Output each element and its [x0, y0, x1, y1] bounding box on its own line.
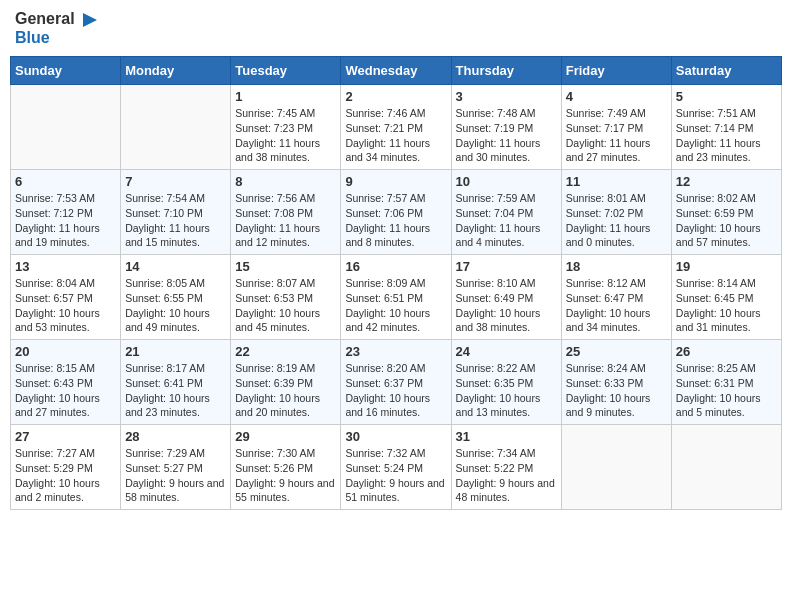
day-number: 31	[456, 429, 557, 444]
day-number: 11	[566, 174, 667, 189]
day-info: Sunrise: 8:04 AM Sunset: 6:57 PM Dayligh…	[15, 276, 116, 335]
calendar-cell: 14Sunrise: 8:05 AM Sunset: 6:55 PM Dayli…	[121, 255, 231, 340]
logo-wordmark: General Blue	[15, 10, 97, 46]
day-info: Sunrise: 7:51 AM Sunset: 7:14 PM Dayligh…	[676, 106, 777, 165]
calendar-cell: 31Sunrise: 7:34 AM Sunset: 5:22 PM Dayli…	[451, 425, 561, 510]
calendar-cell: 10Sunrise: 7:59 AM Sunset: 7:04 PM Dayli…	[451, 170, 561, 255]
day-info: Sunrise: 8:01 AM Sunset: 7:02 PM Dayligh…	[566, 191, 667, 250]
day-info: Sunrise: 7:45 AM Sunset: 7:23 PM Dayligh…	[235, 106, 336, 165]
logo-blue: Blue	[15, 29, 97, 47]
day-number: 6	[15, 174, 116, 189]
day-number: 19	[676, 259, 777, 274]
day-number: 23	[345, 344, 446, 359]
calendar-cell: 27Sunrise: 7:27 AM Sunset: 5:29 PM Dayli…	[11, 425, 121, 510]
day-number: 13	[15, 259, 116, 274]
day-number: 7	[125, 174, 226, 189]
calendar-cell: 11Sunrise: 8:01 AM Sunset: 7:02 PM Dayli…	[561, 170, 671, 255]
day-info: Sunrise: 8:05 AM Sunset: 6:55 PM Dayligh…	[125, 276, 226, 335]
day-number: 3	[456, 89, 557, 104]
day-info: Sunrise: 8:10 AM Sunset: 6:49 PM Dayligh…	[456, 276, 557, 335]
calendar-cell: 9Sunrise: 7:57 AM Sunset: 7:06 PM Daylig…	[341, 170, 451, 255]
day-info: Sunrise: 7:59 AM Sunset: 7:04 PM Dayligh…	[456, 191, 557, 250]
day-number: 4	[566, 89, 667, 104]
day-number: 28	[125, 429, 226, 444]
day-info: Sunrise: 7:32 AM Sunset: 5:24 PM Dayligh…	[345, 446, 446, 505]
week-row-4: 20Sunrise: 8:15 AM Sunset: 6:43 PM Dayli…	[11, 340, 782, 425]
calendar-cell: 17Sunrise: 8:10 AM Sunset: 6:49 PM Dayli…	[451, 255, 561, 340]
day-number: 10	[456, 174, 557, 189]
calendar-cell: 8Sunrise: 7:56 AM Sunset: 7:08 PM Daylig…	[231, 170, 341, 255]
calendar-cell: 5Sunrise: 7:51 AM Sunset: 7:14 PM Daylig…	[671, 85, 781, 170]
day-number: 2	[345, 89, 446, 104]
day-number: 9	[345, 174, 446, 189]
day-number: 27	[15, 429, 116, 444]
page-header: General Blue	[10, 10, 782, 46]
calendar-cell: 28Sunrise: 7:29 AM Sunset: 5:27 PM Dayli…	[121, 425, 231, 510]
week-row-5: 27Sunrise: 7:27 AM Sunset: 5:29 PM Dayli…	[11, 425, 782, 510]
calendar-cell: 3Sunrise: 7:48 AM Sunset: 7:19 PM Daylig…	[451, 85, 561, 170]
day-number: 1	[235, 89, 336, 104]
day-number: 25	[566, 344, 667, 359]
calendar-cell: 19Sunrise: 8:14 AM Sunset: 6:45 PM Dayli…	[671, 255, 781, 340]
col-header-tuesday: Tuesday	[231, 57, 341, 85]
day-info: Sunrise: 8:15 AM Sunset: 6:43 PM Dayligh…	[15, 361, 116, 420]
logo: General Blue	[15, 10, 97, 46]
day-number: 15	[235, 259, 336, 274]
calendar-cell	[11, 85, 121, 170]
calendar-cell: 7Sunrise: 7:54 AM Sunset: 7:10 PM Daylig…	[121, 170, 231, 255]
calendar-cell: 1Sunrise: 7:45 AM Sunset: 7:23 PM Daylig…	[231, 85, 341, 170]
day-info: Sunrise: 7:49 AM Sunset: 7:17 PM Dayligh…	[566, 106, 667, 165]
calendar-cell: 16Sunrise: 8:09 AM Sunset: 6:51 PM Dayli…	[341, 255, 451, 340]
col-header-friday: Friday	[561, 57, 671, 85]
calendar-body: 1Sunrise: 7:45 AM Sunset: 7:23 PM Daylig…	[11, 85, 782, 510]
day-number: 16	[345, 259, 446, 274]
day-number: 22	[235, 344, 336, 359]
day-info: Sunrise: 8:19 AM Sunset: 6:39 PM Dayligh…	[235, 361, 336, 420]
col-header-sunday: Sunday	[11, 57, 121, 85]
calendar-cell: 6Sunrise: 7:53 AM Sunset: 7:12 PM Daylig…	[11, 170, 121, 255]
day-info: Sunrise: 7:30 AM Sunset: 5:26 PM Dayligh…	[235, 446, 336, 505]
day-number: 14	[125, 259, 226, 274]
day-info: Sunrise: 8:22 AM Sunset: 6:35 PM Dayligh…	[456, 361, 557, 420]
day-info: Sunrise: 8:09 AM Sunset: 6:51 PM Dayligh…	[345, 276, 446, 335]
day-info: Sunrise: 8:24 AM Sunset: 6:33 PM Dayligh…	[566, 361, 667, 420]
week-row-1: 1Sunrise: 7:45 AM Sunset: 7:23 PM Daylig…	[11, 85, 782, 170]
day-number: 18	[566, 259, 667, 274]
day-number: 8	[235, 174, 336, 189]
col-header-wednesday: Wednesday	[341, 57, 451, 85]
col-header-thursday: Thursday	[451, 57, 561, 85]
day-info: Sunrise: 8:12 AM Sunset: 6:47 PM Dayligh…	[566, 276, 667, 335]
day-info: Sunrise: 7:57 AM Sunset: 7:06 PM Dayligh…	[345, 191, 446, 250]
day-info: Sunrise: 7:34 AM Sunset: 5:22 PM Dayligh…	[456, 446, 557, 505]
day-info: Sunrise: 7:53 AM Sunset: 7:12 PM Dayligh…	[15, 191, 116, 250]
calendar-cell: 21Sunrise: 8:17 AM Sunset: 6:41 PM Dayli…	[121, 340, 231, 425]
week-row-2: 6Sunrise: 7:53 AM Sunset: 7:12 PM Daylig…	[11, 170, 782, 255]
calendar-cell: 12Sunrise: 8:02 AM Sunset: 6:59 PM Dayli…	[671, 170, 781, 255]
day-number: 29	[235, 429, 336, 444]
day-info: Sunrise: 8:20 AM Sunset: 6:37 PM Dayligh…	[345, 361, 446, 420]
calendar-cell: 22Sunrise: 8:19 AM Sunset: 6:39 PM Dayli…	[231, 340, 341, 425]
calendar-cell: 4Sunrise: 7:49 AM Sunset: 7:17 PM Daylig…	[561, 85, 671, 170]
day-number: 21	[125, 344, 226, 359]
col-header-monday: Monday	[121, 57, 231, 85]
calendar-cell: 15Sunrise: 8:07 AM Sunset: 6:53 PM Dayli…	[231, 255, 341, 340]
day-number: 26	[676, 344, 777, 359]
calendar-cell: 29Sunrise: 7:30 AM Sunset: 5:26 PM Dayli…	[231, 425, 341, 510]
day-info: Sunrise: 7:54 AM Sunset: 7:10 PM Dayligh…	[125, 191, 226, 250]
calendar-cell: 20Sunrise: 8:15 AM Sunset: 6:43 PM Dayli…	[11, 340, 121, 425]
calendar-cell	[561, 425, 671, 510]
calendar-cell: 24Sunrise: 8:22 AM Sunset: 6:35 PM Dayli…	[451, 340, 561, 425]
day-number: 30	[345, 429, 446, 444]
day-info: Sunrise: 8:14 AM Sunset: 6:45 PM Dayligh…	[676, 276, 777, 335]
calendar-cell	[121, 85, 231, 170]
day-info: Sunrise: 8:07 AM Sunset: 6:53 PM Dayligh…	[235, 276, 336, 335]
calendar-header-row: SundayMondayTuesdayWednesdayThursdayFrid…	[11, 57, 782, 85]
week-row-3: 13Sunrise: 8:04 AM Sunset: 6:57 PM Dayli…	[11, 255, 782, 340]
day-info: Sunrise: 7:29 AM Sunset: 5:27 PM Dayligh…	[125, 446, 226, 505]
calendar-cell: 18Sunrise: 8:12 AM Sunset: 6:47 PM Dayli…	[561, 255, 671, 340]
day-info: Sunrise: 7:46 AM Sunset: 7:21 PM Dayligh…	[345, 106, 446, 165]
calendar-cell: 25Sunrise: 8:24 AM Sunset: 6:33 PM Dayli…	[561, 340, 671, 425]
day-info: Sunrise: 7:27 AM Sunset: 5:29 PM Dayligh…	[15, 446, 116, 505]
day-info: Sunrise: 8:02 AM Sunset: 6:59 PM Dayligh…	[676, 191, 777, 250]
day-info: Sunrise: 8:25 AM Sunset: 6:31 PM Dayligh…	[676, 361, 777, 420]
